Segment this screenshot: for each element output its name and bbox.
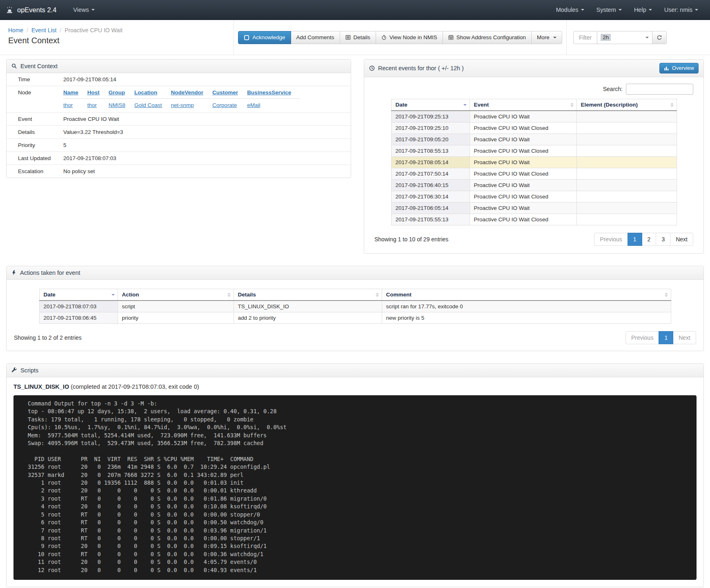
action-comment-cell[interactable]: new priority is 5 (382, 312, 671, 324)
node-group-link[interactable]: NMIS8 (109, 102, 125, 108)
event-date-cell[interactable]: 2017-09-21T09:05:20 (391, 134, 470, 145)
search-input[interactable] (626, 84, 693, 95)
filter-group: Filter 2h (573, 31, 667, 44)
pagination-page-3-button[interactable]: 3 (656, 233, 670, 246)
column-header-date[interactable]: Date (39, 289, 118, 301)
event-date-cell[interactable]: 2017-09-21T07:50:14 (391, 168, 470, 180)
node-col-location-link[interactable]: Location (134, 89, 157, 96)
pagination-page-2-button[interactable]: 2 (642, 233, 657, 246)
action-type-cell[interactable]: priority (118, 312, 234, 324)
action-row[interactable]: 2017-09-21T08:06:45 priority add 2 to pr… (39, 312, 671, 324)
filter-timerange-select[interactable]: 2h (597, 31, 652, 44)
breadcrumb-home-link[interactable]: Home (8, 27, 23, 33)
column-header-action[interactable]: Action (118, 289, 234, 301)
nav-modules[interactable]: Modules (550, 0, 590, 20)
event-row[interactable]: 2017-09-21T09:05:20Proactive CPU IO Wait (391, 134, 677, 145)
node-col-group-link[interactable]: Group (109, 89, 125, 96)
event-element-cell[interactable] (576, 214, 677, 225)
acknowledge-button[interactable]: Acknowledge (238, 31, 291, 44)
column-header-event[interactable]: Event (470, 99, 576, 111)
breadcrumb-event-list-link[interactable]: Event List (31, 27, 56, 33)
event-row-current[interactable]: 2017-09-21T08:05:14Proactive CPU IO Wait (391, 157, 677, 168)
event-date-cell[interactable]: 2017-09-21T08:55:13 (391, 145, 470, 157)
node-location-link[interactable]: Gold Coast (134, 102, 162, 108)
event-row[interactable]: 2017-09-21T06:30:14Proactive CPU IO Wait… (391, 191, 677, 203)
nav-views[interactable]: Views (67, 0, 100, 20)
event-name-cell[interactable]: Proactive CPU IO Wait Closed (470, 168, 576, 180)
node-name-link[interactable]: thor (63, 102, 73, 108)
node-nodevendor-link[interactable]: net-snmp (171, 102, 194, 108)
refresh-button[interactable] (652, 31, 667, 44)
event-name-cell[interactable]: Proactive CPU IO Wait Closed (470, 122, 576, 134)
nav-user[interactable]: User: nmis (658, 0, 704, 20)
node-host-link[interactable]: thor (87, 102, 97, 108)
ec-label-time: Time (7, 73, 58, 86)
show-address-configuration-button[interactable]: Show Address Configuration (443, 31, 532, 44)
action-row[interactable]: 2017-09-21T08:07:03 script TS_LINUX_DISK… (39, 301, 671, 312)
action-comment-cell[interactable]: script ran for 17.77s, exitcode 0 (382, 301, 671, 312)
event-date-cell[interactable]: 2017-09-21T06:40:15 (391, 180, 470, 191)
event-name-cell[interactable]: Proactive CPU IO Wait (470, 203, 576, 214)
pagination-next-button[interactable]: Next (673, 331, 696, 344)
node-col-name-link[interactable]: Name (63, 89, 78, 96)
action-details-cell[interactable]: TS_LINUX_DISK_IO (234, 301, 382, 312)
event-date-cell[interactable]: 2017-09-21T09:25:13 (391, 111, 470, 122)
overview-button[interactable]: Overview (659, 63, 699, 74)
action-date-cell[interactable]: 2017-09-21T08:06:45 (39, 312, 118, 324)
details-button[interactable]: Details (340, 31, 376, 44)
action-date-cell[interactable]: 2017-09-21T08:07:03 (39, 301, 118, 312)
event-element-cell[interactable] (576, 134, 677, 145)
event-date-cell[interactable]: 2017-09-21T06:30:14 (391, 191, 470, 203)
event-element-cell[interactable] (576, 157, 677, 168)
node-col-host-link[interactable]: Host (87, 89, 100, 96)
column-header-comment[interactable]: Comment (382, 289, 671, 301)
event-row[interactable]: 2017-09-21T07:50:14Proactive CPU IO Wait… (391, 168, 677, 180)
event-row[interactable]: 2017-09-21T06:05:14Proactive CPU IO Wait (391, 203, 677, 214)
event-element-cell[interactable] (576, 168, 677, 180)
event-element-cell[interactable] (576, 191, 677, 203)
view-node-in-nmis-button[interactable]: View Node in NMIS (376, 31, 443, 44)
event-name-cell[interactable]: Proactive CPU IO Wait (470, 134, 576, 145)
event-element-cell[interactable] (576, 145, 677, 157)
action-details-cell[interactable]: add 2 to priority (234, 312, 382, 324)
node-col-businessservice-link[interactable]: BusinessService (247, 89, 291, 96)
add-comments-button[interactable]: Add Comments (291, 31, 340, 44)
event-row[interactable]: 2017-09-21T09:25:13Proactive CPU IO Wait (391, 111, 677, 122)
caret-down-icon (581, 9, 584, 11)
pagination-page-1-button[interactable]: 1 (628, 233, 642, 246)
event-element-cell[interactable] (576, 180, 677, 191)
action-type-cell[interactable]: script (118, 301, 234, 312)
app-brand[interactable]: opEvents 2.4 (6, 6, 56, 14)
event-name-cell[interactable]: Proactive CPU IO Wait Closed (470, 145, 576, 157)
nav-help[interactable]: Help (628, 0, 658, 20)
pagination-previous-button[interactable]: Previous (625, 331, 659, 344)
event-name-cell[interactable]: Proactive CPU IO Wait (470, 180, 576, 191)
event-name-cell[interactable]: Proactive CPU IO Wait Closed (470, 214, 576, 225)
pagination-page-1-button[interactable]: 1 (659, 331, 673, 344)
event-element-cell[interactable] (576, 111, 677, 122)
event-name-cell[interactable]: Proactive CPU IO Wait (470, 157, 576, 168)
event-name-cell[interactable]: Proactive CPU IO Wait (470, 111, 576, 122)
column-header-date[interactable]: Date (391, 99, 470, 111)
event-row[interactable]: 2017-09-21T08:55:13Proactive CPU IO Wait… (391, 145, 677, 157)
event-row[interactable]: 2017-09-21T09:25:10Proactive CPU IO Wait… (391, 122, 677, 134)
event-row[interactable]: 2017-09-21T06:40:15Proactive CPU IO Wait (391, 180, 677, 191)
more-button[interactable]: More (531, 31, 562, 44)
node-customer-link[interactable]: Corporate (212, 102, 237, 108)
event-element-cell[interactable] (576, 203, 677, 214)
event-element-cell[interactable] (576, 122, 677, 134)
event-date-cell[interactable]: 2017-09-21T08:05:14 (391, 157, 470, 168)
pagination-next-button[interactable]: Next (670, 233, 693, 246)
column-header-details[interactable]: Details (234, 289, 382, 301)
node-col-nodevendor-link[interactable]: NodeVendor (171, 89, 204, 96)
pagination-previous-button[interactable]: Previous (594, 233, 628, 246)
column-header-element[interactable]: Element (Description) (576, 99, 677, 111)
event-row[interactable]: 2017-09-21T05:55:13Proactive CPU IO Wait… (391, 214, 677, 225)
node-col-customer-link[interactable]: Customer (212, 89, 238, 96)
event-date-cell[interactable]: 2017-09-21T05:55:13 (391, 214, 470, 225)
event-name-cell[interactable]: Proactive CPU IO Wait Closed (470, 191, 576, 203)
nav-system[interactable]: System (590, 0, 628, 20)
node-businessservice-link[interactable]: eMail (247, 102, 260, 108)
event-date-cell[interactable]: 2017-09-21T09:25:10 (391, 122, 470, 134)
event-date-cell[interactable]: 2017-09-21T06:05:14 (391, 203, 470, 214)
